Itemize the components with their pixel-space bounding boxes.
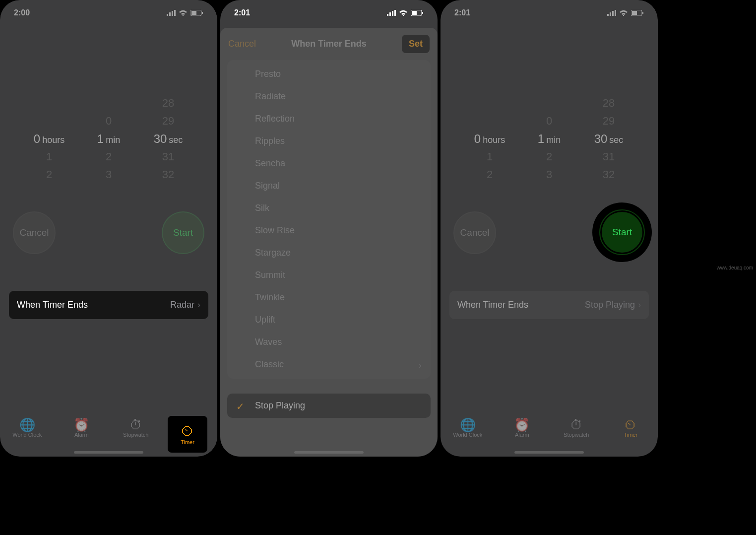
status-icons: [387, 10, 424, 16]
row-label: When Timer Ends: [457, 300, 528, 310]
chevron-right-icon: ›: [197, 300, 200, 310]
battery-icon: [411, 10, 424, 16]
stopwatch-icon: ⏱: [554, 418, 599, 432]
status-bar: 2:01: [220, 0, 438, 20]
sound-picker-screen: 2:01 Cancel When Timer Ends Set Presto R…: [220, 0, 438, 457]
tab-world-clock[interactable]: 🌐World Clock: [445, 418, 490, 438]
timer-tab-highlight: ⏲ Timer: [168, 416, 207, 453]
globe-icon: 🌐: [445, 418, 490, 432]
status-bar: 2:00: [0, 0, 217, 20]
svg-rect-8: [387, 14, 388, 16]
svg-rect-17: [610, 12, 611, 16]
status-time: 2:00: [14, 8, 30, 17]
row-value: Stop Playing: [585, 300, 635, 310]
svg-rect-16: [607, 14, 609, 16]
svg-rect-23: [642, 12, 643, 14]
min-value: 1: [538, 132, 544, 145]
status-time: 2:01: [454, 8, 470, 17]
hours-value: 0: [34, 132, 40, 145]
tab-alarm[interactable]: ⏰Alarm: [59, 418, 104, 438]
row-value: Radar: [170, 300, 194, 310]
svg-rect-19: [615, 10, 616, 16]
signal-icon: [167, 10, 176, 16]
cancel-button[interactable]: Cancel: [13, 211, 56, 254]
wifi-icon: [399, 10, 408, 16]
sec-value: 30: [594, 132, 608, 145]
time-picker[interactable]: 0hours 1 2 0 1min 2 3 28 29 30sec 31 32: [441, 94, 658, 184]
tab-alarm[interactable]: ⏰Alarm: [500, 418, 544, 438]
svg-point-20: [623, 15, 624, 16]
alarm-icon: ⏰: [500, 418, 544, 432]
watermark: www.deuaq.com: [717, 265, 753, 270]
tab-timer[interactable]: ⏲Timer: [608, 418, 653, 438]
hours-value: 0: [474, 132, 481, 145]
timer-icon: ⏲: [181, 423, 194, 439]
svg-rect-14: [412, 11, 417, 15]
globe-icon: 🌐: [5, 418, 50, 432]
status-icons: [607, 10, 644, 16]
svg-rect-10: [392, 11, 393, 16]
home-indicator[interactable]: [74, 451, 143, 454]
status-bar: 2:01: [441, 0, 658, 20]
battery-icon: [631, 10, 644, 16]
home-indicator[interactable]: [294, 451, 364, 454]
svg-rect-3: [174, 10, 176, 16]
svg-rect-0: [167, 14, 168, 16]
battery-icon: [190, 10, 203, 16]
cancel-button[interactable]: Cancel: [453, 211, 496, 254]
signal-icon: [607, 10, 616, 16]
svg-point-4: [183, 15, 184, 16]
signal-icon: [387, 10, 396, 16]
svg-rect-11: [394, 10, 396, 16]
wifi-icon: [179, 10, 188, 16]
sec-value: 30: [154, 132, 167, 145]
when-timer-ends-row[interactable]: When Timer Ends Radar›: [9, 291, 208, 319]
tab-bar: 🌐World Clock ⏰Alarm ⏱Stopwatch ⏲Timer: [441, 413, 658, 457]
status-icons: [167, 10, 203, 16]
home-indicator[interactable]: [514, 451, 584, 454]
tab-stopwatch[interactable]: ⏱Stopwatch: [114, 418, 158, 438]
alarm-icon: ⏰: [59, 418, 104, 432]
svg-point-12: [403, 15, 404, 16]
tab-stopwatch[interactable]: ⏱Stopwatch: [554, 418, 599, 438]
timer-icon: ⏲: [608, 418, 653, 432]
svg-rect-7: [202, 12, 203, 14]
status-time: 2:01: [234, 8, 250, 17]
timer-screen-3: 2:01 0hours 1 2 0 1min 2 3 28 29 30sec 3…: [441, 0, 658, 457]
timer-screen-1: 2:00 0hours 1 2 0 1min 2 3 28 29 30sec 3…: [0, 0, 217, 457]
tab-world-clock[interactable]: 🌐World Clock: [5, 418, 50, 438]
svg-rect-6: [191, 11, 196, 15]
start-button-highlight[interactable]: Start: [592, 202, 652, 262]
time-picker[interactable]: 0hours 1 2 0 1min 2 3 28 29 30sec 31 32: [0, 94, 217, 184]
svg-rect-22: [632, 11, 637, 15]
svg-rect-18: [612, 11, 614, 16]
start-button[interactable]: Start: [162, 211, 204, 254]
svg-rect-1: [169, 12, 171, 16]
svg-rect-15: [422, 12, 423, 14]
row-label: When Timer Ends: [17, 300, 88, 310]
start-label: Start: [602, 212, 642, 253]
min-value: 1: [97, 132, 104, 145]
chevron-right-icon: ›: [638, 300, 641, 310]
stopwatch-icon: ⏱: [114, 418, 158, 432]
svg-rect-2: [172, 11, 173, 16]
wifi-icon: [619, 10, 628, 16]
svg-rect-9: [389, 12, 391, 16]
when-timer-ends-row[interactable]: When Timer Ends Stop Playing›: [449, 291, 649, 319]
